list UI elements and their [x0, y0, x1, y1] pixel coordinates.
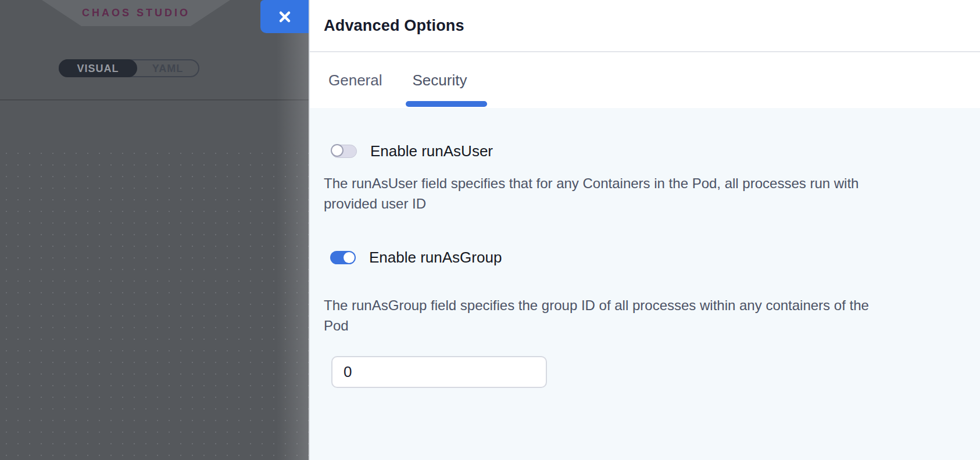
close-icon	[278, 10, 292, 24]
drawer-tabbar: General Security	[310, 52, 980, 108]
experiment-canvas-scrim: CHAOS STUDIO VISUAL YAML	[0, 0, 309, 460]
chaos-studio-screen: CHAOS STUDIO VISUAL YAML Advanced Option…	[0, 0, 980, 460]
visual-yaml-toggle[interactable]: VISUAL YAML	[59, 59, 199, 77]
advanced-options-drawer: Advanced Options General Security Enable…	[309, 0, 980, 460]
brand-title: CHAOS STUDIO	[82, 7, 190, 19]
tab-general[interactable]: General	[328, 71, 382, 89]
run-as-group-row: Enable runAsGroup	[330, 249, 502, 267]
active-tab-indicator	[406, 101, 487, 107]
canvas-dot-grid	[0, 147, 309, 460]
run-as-user-label: Enable runAsUser	[370, 142, 493, 160]
run-as-group-toggle[interactable]	[330, 251, 356, 264]
toggle-knob	[331, 144, 344, 157]
security-tab-panel: Enable runAsUser The runAsUser field spe…	[310, 108, 980, 460]
visual-tab[interactable]: VISUAL	[59, 59, 137, 77]
close-drawer-button[interactable]	[260, 0, 309, 33]
tab-security[interactable]: Security	[413, 71, 467, 89]
run-as-user-toggle[interactable]	[331, 145, 357, 158]
drawer-title: Advanced Options	[324, 17, 464, 35]
drawer-header: Advanced Options	[310, 0, 980, 52]
run-as-group-label: Enable runAsGroup	[369, 249, 502, 267]
toggle-knob	[344, 252, 355, 263]
run-as-group-value-input[interactable]	[331, 356, 547, 388]
run-as-group-description: The runAsGroup field specifies the group…	[324, 295, 876, 336]
run-as-user-description: The runAsUser field specifies that for a…	[324, 173, 876, 214]
brand-banner: CHAOS STUDIO	[42, 0, 230, 26]
canvas-header-divider	[0, 99, 309, 100]
run-as-user-row: Enable runAsUser	[331, 142, 493, 160]
yaml-tab[interactable]: YAML	[137, 60, 198, 76]
